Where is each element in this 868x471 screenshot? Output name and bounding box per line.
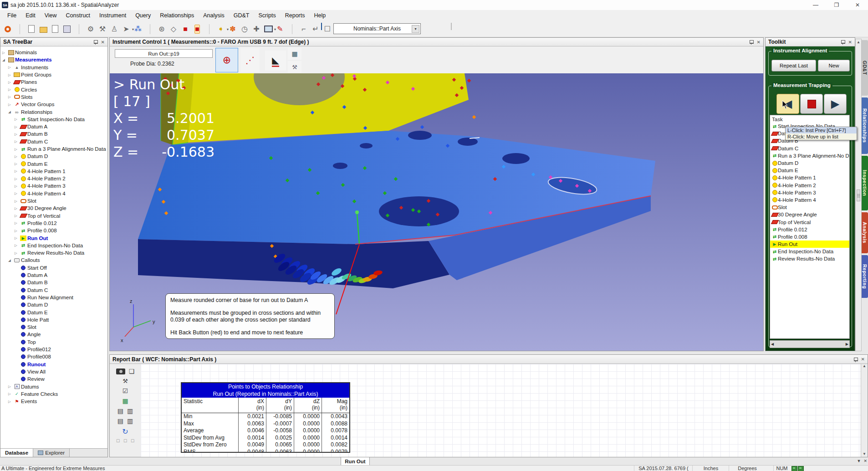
toolbar-button[interactable] bbox=[203, 23, 215, 35]
trap-stop-button[interactable] bbox=[800, 94, 823, 114]
toolbar-button[interactable] bbox=[61, 23, 73, 35]
toolbar-button[interactable] bbox=[286, 23, 298, 35]
expander-icon[interactable]: ▷ bbox=[15, 125, 20, 129]
tree-item[interactable]: Runout bbox=[0, 360, 107, 368]
toolbar-button[interactable]: ⚒ bbox=[97, 23, 108, 35]
checkbox-icon[interactable]: ☐ bbox=[116, 439, 120, 443]
expand-icon[interactable]: ▼ bbox=[857, 459, 861, 463]
expander-icon[interactable]: ▷ bbox=[15, 117, 20, 121]
tree-item[interactable]: Start Off bbox=[0, 264, 107, 271]
scrollbar-grip[interactable] bbox=[857, 189, 860, 201]
tree-item[interactable]: ▷ Datum C bbox=[0, 138, 107, 145]
tree-item[interactable]: Review bbox=[0, 375, 107, 383]
side-tab[interactable]: Inspection bbox=[862, 156, 868, 210]
task-list-item[interactable]: 4-Hole Pattern 4 bbox=[770, 196, 849, 204]
expander-icon[interactable]: ▷ bbox=[8, 95, 14, 99]
task-list-item[interactable]: 4-Hole Pattern 1 bbox=[770, 174, 849, 181]
toolbar-button[interactable]: ⌐ bbox=[298, 23, 310, 35]
tree-item[interactable]: ▷ Start Inspection-No Data bbox=[0, 116, 107, 123]
report-settings-icon[interactable]: ⚒ bbox=[123, 378, 128, 384]
task-list-item[interactable]: Run a 3 Plane Alignment-No Dat bbox=[770, 152, 849, 159]
task-list-item[interactable]: 30 Degree Angle bbox=[770, 211, 849, 218]
tree-item[interactable]: ▷ Vector Groups bbox=[0, 101, 107, 108]
tree-item[interactable]: View All bbox=[0, 368, 107, 375]
checklist-icon[interactable]: ☑ bbox=[123, 387, 128, 394]
expander-icon[interactable]: ▷ bbox=[15, 184, 20, 188]
expander-icon[interactable]: ▷ bbox=[8, 65, 14, 69]
expander-icon[interactable]: ▷ bbox=[15, 177, 20, 181]
menu-item[interactable]: Relationships bbox=[155, 11, 199, 20]
restore-button[interactable]: ❐ bbox=[826, 0, 847, 10]
tree-item[interactable]: ▷ End Inspection-No Data bbox=[0, 242, 107, 249]
close-icon[interactable]: ✕ bbox=[848, 40, 852, 45]
scroll-up-icon[interactable]: ▲ bbox=[856, 40, 861, 44]
close-icon[interactable]: ✕ bbox=[101, 40, 105, 45]
task-list[interactable]: Task Start Inspection-No Data Datum A bbox=[770, 115, 850, 339]
menu-item[interactable]: Analysis bbox=[199, 11, 229, 20]
toolbar-button[interactable] bbox=[14, 23, 26, 35]
tree-item[interactable]: ▷ Top of Vertical bbox=[0, 212, 107, 220]
tree-item[interactable]: ▷ Profile 0.008 bbox=[0, 227, 107, 234]
tree-item[interactable]: ▷ Run Out bbox=[0, 234, 107, 241]
tree-item[interactable]: Hole Patt bbox=[0, 316, 107, 323]
tree-item[interactable]: ▷ Datum A bbox=[0, 123, 107, 130]
viewport-3d[interactable]: z y x > Run Out [ 17 ] X =5.2001 Y =0.70… bbox=[110, 73, 763, 351]
pin-icon[interactable] bbox=[94, 40, 98, 44]
tree-item[interactable]: ▷ Datum B bbox=[0, 130, 107, 138]
toolbar-button[interactable]: ➤ bbox=[120, 23, 132, 35]
menu-item[interactable]: Construct bbox=[61, 11, 95, 20]
expander-icon[interactable]: ▷ bbox=[15, 251, 20, 255]
stream-points-button[interactable]: ⋰ bbox=[240, 48, 260, 72]
menu-item[interactable]: Edit bbox=[21, 11, 40, 20]
expander-icon[interactable]: ▷ bbox=[8, 73, 14, 77]
fit-view-icon[interactable]: ▦ bbox=[122, 397, 128, 404]
tree-item[interactable]: ▷ 4-Hole Pattern 2 bbox=[0, 175, 107, 182]
expander-icon[interactable]: ◢ bbox=[8, 258, 14, 262]
scroll-right-icon[interactable]: ▶ bbox=[846, 342, 848, 346]
tree-item[interactable]: Datum D bbox=[0, 301, 107, 308]
tree-item[interactable]: ▷ Point Groups bbox=[0, 71, 107, 78]
tree-item[interactable]: Top bbox=[0, 338, 107, 346]
status-units[interactable]: Inches bbox=[692, 466, 729, 471]
instrument-tools-button[interactable]: ⚒ bbox=[287, 61, 302, 73]
tree-item[interactable]: Run New Alignment bbox=[0, 294, 107, 301]
toolbar-button[interactable]: ◷ bbox=[239, 23, 250, 35]
toolbar-button[interactable]: ⊛ bbox=[156, 23, 168, 35]
tree-item[interactable]: ▷ Run a 3 Plane Alignment-No Data bbox=[0, 145, 107, 153]
expander-icon[interactable]: ▷ bbox=[2, 51, 8, 55]
expander-icon[interactable]: ▷ bbox=[15, 236, 20, 240]
pin-icon[interactable] bbox=[750, 40, 754, 44]
task-list-hscrollbar[interactable]: ◀ ▶ bbox=[770, 340, 850, 348]
pin-icon[interactable] bbox=[854, 358, 858, 361]
expander-icon[interactable]: ◢ bbox=[8, 110, 14, 114]
snapshot-icon[interactable] bbox=[116, 369, 125, 374]
single-point-button[interactable]: ⊕ bbox=[215, 48, 238, 72]
tree-item[interactable]: ▷ 4-Hole Pattern 1 bbox=[0, 168, 107, 175]
tree-item[interactable]: Datum A bbox=[0, 271, 107, 279]
expander-icon[interactable]: ▷ bbox=[15, 147, 20, 151]
task-list-item[interactable]: Datum E bbox=[770, 167, 849, 174]
task-list-item[interactable]: 4-Hole Pattern 3 bbox=[770, 189, 849, 196]
wcf-combo[interactable]: Nominals::Part Axis ▾ bbox=[333, 23, 421, 34]
expander-icon[interactable]: ▷ bbox=[8, 102, 14, 107]
tree-item[interactable]: Slot bbox=[0, 323, 107, 331]
task-list-item[interactable]: 4-Hole Pattern 2 bbox=[770, 182, 849, 189]
tree-item[interactable]: ▷ Review Results-No Data bbox=[0, 249, 107, 256]
report-new-icon[interactable]: ▥ bbox=[127, 417, 133, 425]
tree-item[interactable]: ▷ Events bbox=[0, 398, 107, 405]
side-tab[interactable]: Relationships bbox=[862, 97, 868, 154]
toolbar-button[interactable] bbox=[144, 23, 156, 35]
tree-item[interactable]: ▷ Planes bbox=[0, 78, 107, 86]
expander-icon[interactable]: ▷ bbox=[15, 162, 20, 166]
toolkit-vscrollbar[interactable]: ▲ bbox=[855, 39, 862, 351]
toolbar-button[interactable]: ✎ bbox=[274, 23, 286, 35]
repeat-last-button[interactable]: Repeat Last bbox=[771, 60, 816, 72]
report-stack-icon[interactable]: ▥ bbox=[127, 407, 133, 415]
report-add-icon[interactable]: ▤ bbox=[117, 417, 123, 425]
task-list-item[interactable]: Review Results-No Data bbox=[770, 255, 849, 262]
status-angles[interactable]: Degrees bbox=[729, 466, 766, 471]
checkbox-icon[interactable]: ☐ bbox=[123, 439, 127, 443]
send-data-button[interactable]: ▦ bbox=[287, 47, 302, 60]
tree-item[interactable]: ▷ Slot bbox=[0, 197, 107, 205]
close-icon[interactable]: ✕ bbox=[863, 459, 867, 463]
